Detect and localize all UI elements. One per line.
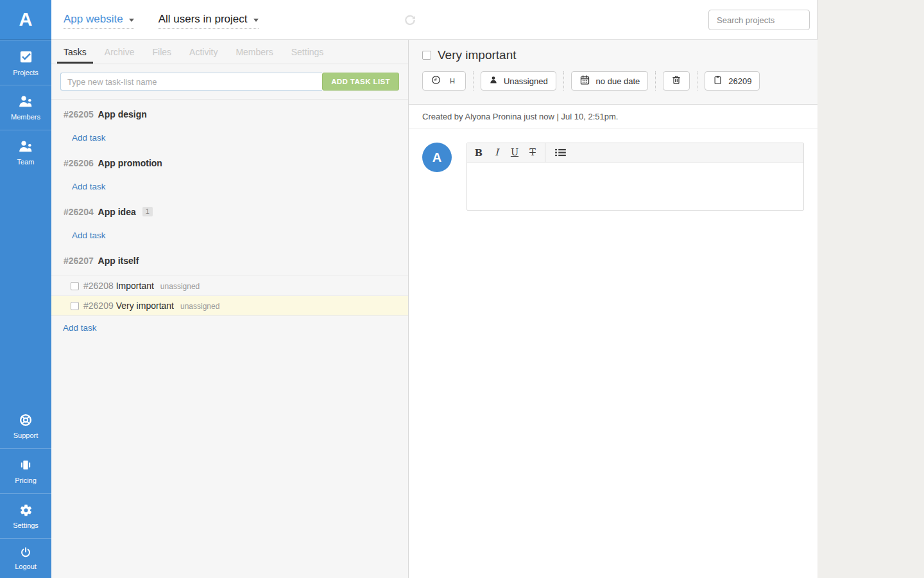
power-icon bbox=[20, 547, 31, 558]
task-list-header: #26205 App design bbox=[51, 100, 408, 119]
task-count-badge: 1 bbox=[142, 207, 153, 216]
app-logo[interactable]: A bbox=[0, 0, 51, 40]
time-tracking-button[interactable]: H bbox=[422, 71, 466, 91]
task-checkbox[interactable] bbox=[71, 302, 79, 310]
tab-files[interactable]: Files bbox=[146, 40, 178, 64]
avatar: A bbox=[422, 143, 452, 172]
topbar: App website All users in project bbox=[51, 0, 817, 40]
app-window: A Projects Members Team S bbox=[0, 0, 817, 578]
bullet-list-button[interactable] bbox=[550, 148, 571, 157]
task-list-name[interactable]: App design bbox=[98, 109, 147, 119]
task-list-block: #26206 App promotion Add task bbox=[51, 148, 408, 197]
divider bbox=[563, 71, 564, 91]
add-task-link[interactable]: Add task bbox=[63, 323, 97, 333]
task-list-id: #26206 bbox=[64, 158, 94, 168]
clipboard-icon bbox=[713, 74, 723, 87]
bold-button[interactable]: B bbox=[470, 143, 488, 162]
sidebar-item-label: Team bbox=[17, 158, 35, 166]
task-checkbox[interactable] bbox=[71, 282, 79, 290]
add-task-link[interactable]: Add task bbox=[72, 231, 106, 240]
tab-members[interactable]: Members bbox=[229, 40, 279, 64]
task-list-block: #26207 App itself #26208 Important unass… bbox=[51, 246, 408, 340]
new-task-list-input[interactable] bbox=[60, 73, 322, 91]
task-list-block: #26204 App idea 1 Add task bbox=[51, 197, 408, 246]
lifering-icon bbox=[19, 413, 33, 427]
content-area: App website All users in project Tasks A… bbox=[51, 0, 817, 578]
tab-tasks[interactable]: Tasks bbox=[57, 40, 93, 64]
task-name[interactable]: Important bbox=[116, 281, 154, 291]
clock-icon bbox=[431, 74, 441, 87]
assignee-button[interactable]: Unassigned bbox=[481, 71, 556, 91]
due-date-button[interactable]: no due date bbox=[571, 71, 649, 91]
task-list-name[interactable]: App promotion bbox=[98, 158, 162, 168]
tab-settings[interactable]: Settings bbox=[285, 40, 330, 64]
delete-task-button[interactable] bbox=[663, 71, 690, 91]
task-list-header: #26207 App itself bbox=[51, 246, 408, 266]
task-number-label: 26209 bbox=[728, 76, 751, 86]
sidebar-item-pricing[interactable]: Pricing bbox=[0, 448, 51, 493]
sidebar: A Projects Members Team S bbox=[0, 0, 51, 578]
task-list-header: #26206 App promotion bbox=[51, 148, 408, 168]
task-detail-title: Very important bbox=[438, 48, 517, 62]
sidebar-item-members[interactable]: Members bbox=[0, 85, 51, 130]
task-list-name[interactable]: App idea bbox=[98, 207, 136, 217]
tab-activity[interactable]: Activity bbox=[183, 40, 224, 64]
underline-button[interactable]: U bbox=[506, 143, 524, 162]
task-rows: #26208 Important unassigned #26209 Very … bbox=[51, 276, 408, 340]
task-number-button[interactable]: 26209 bbox=[705, 71, 760, 91]
comment-area: A B I U T bbox=[409, 128, 817, 225]
due-date-label: no due date bbox=[596, 76, 640, 86]
chevron-down-icon bbox=[129, 19, 134, 22]
strikethrough-button[interactable]: T bbox=[524, 143, 542, 162]
project-selector-label: App website bbox=[64, 13, 123, 26]
sidebar-item-projects[interactable]: Projects bbox=[0, 40, 51, 85]
sidebar-bottom-group: Support Pricing Settings Logout bbox=[0, 403, 51, 578]
sidebar-item-support[interactable]: Support bbox=[0, 403, 51, 448]
italic-button[interactable]: I bbox=[488, 143, 506, 162]
assignee-label: Unassigned bbox=[504, 76, 548, 86]
add-task-list-button[interactable]: ADD TASK LIST bbox=[322, 73, 399, 91]
add-task-link[interactable]: Add task bbox=[72, 182, 106, 191]
task-name[interactable]: Very important bbox=[116, 301, 174, 311]
task-detail-checkbox[interactable] bbox=[422, 51, 431, 60]
new-task-list-row: ADD TASK LIST bbox=[51, 64, 408, 100]
task-assignee: unassigned bbox=[160, 282, 200, 291]
divider bbox=[697, 71, 697, 91]
task-row[interactable]: #26208 Important unassigned bbox=[51, 276, 408, 295]
created-by-text: Created by Alyona Pronina just now | Jul… bbox=[422, 112, 618, 121]
sidebar-item-label: Projects bbox=[13, 69, 38, 76]
task-list-name[interactable]: App itself bbox=[98, 256, 139, 266]
task-list-header: #26204 App idea 1 bbox=[51, 197, 408, 217]
comment-editor: B I U T bbox=[466, 143, 804, 211]
user-filter-selector[interactable]: All users in project bbox=[158, 13, 259, 29]
task-row-selected[interactable]: #26209 Very important unassigned bbox=[51, 295, 408, 315]
sidebar-item-logout[interactable]: Logout bbox=[0, 538, 51, 578]
add-task-row: Add task bbox=[51, 315, 408, 340]
add-task-link[interactable]: Add task bbox=[72, 133, 106, 143]
sidebar-item-label: Settings bbox=[13, 521, 38, 529]
task-title-row: Very important bbox=[422, 48, 804, 62]
task-action-bar: H Unassigned bbox=[422, 71, 804, 91]
task-detail-panel: Very important H bbox=[409, 40, 817, 578]
logo-letter: A bbox=[19, 9, 33, 30]
task-list-id: #26205 bbox=[64, 109, 94, 119]
divider bbox=[545, 143, 545, 162]
search-input[interactable] bbox=[708, 10, 810, 30]
task-id: #26208 bbox=[83, 281, 114, 291]
sidebar-item-label: Logout bbox=[15, 563, 37, 570]
sidebar-item-settings[interactable]: Settings bbox=[0, 493, 51, 538]
chevron-down-icon bbox=[253, 19, 259, 22]
sidebar-item-team[interactable]: Team bbox=[0, 130, 51, 175]
editor-toolbar: B I U T bbox=[467, 143, 803, 162]
tab-archive[interactable]: Archive bbox=[98, 40, 141, 64]
created-by-line: Created by Alyona Pronina just now | Jul… bbox=[409, 105, 817, 128]
time-label: H bbox=[447, 77, 458, 85]
sidebar-item-label: Members bbox=[11, 113, 40, 121]
comment-input[interactable] bbox=[467, 162, 803, 210]
project-selector[interactable]: App website bbox=[64, 13, 134, 29]
refresh-icon[interactable] bbox=[404, 13, 416, 29]
task-lists-panel: Tasks Archive Files Activity Members Set… bbox=[51, 40, 409, 578]
task-list-block: #26205 App design Add task bbox=[51, 100, 408, 148]
calendar-icon bbox=[579, 74, 590, 87]
sidebar-item-label: Support bbox=[13, 432, 38, 439]
